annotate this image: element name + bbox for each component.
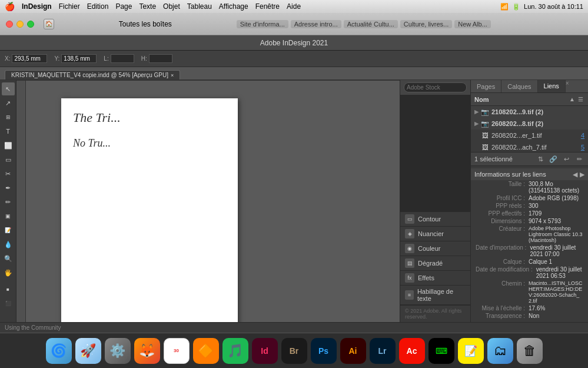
info-label-chemin: Chemin :	[476, 280, 529, 304]
dock-bridge[interactable]: Br	[281, 338, 307, 364]
prop-contour[interactable]: ▭ Contour	[400, 212, 470, 227]
dock-vlc[interactable]: 🔶	[193, 338, 219, 364]
link-item-3[interactable]: ▶ 🖼 2608202...er_1.tif 4	[471, 130, 588, 141]
dock-calendar[interactable]: 30	[164, 338, 190, 364]
links-list[interactable]: ▶ 📷 2108202...9.tif (2) ▶ 📷 2608202...8.…	[471, 106, 588, 152]
prop-effets[interactable]: fx Effets	[400, 271, 470, 286]
menu-texte[interactable]: Texte	[139, 2, 156, 11]
menu-tableau[interactable]: Tableau	[187, 2, 212, 11]
tool-fill[interactable]: ■	[2, 283, 15, 296]
page-text-line2: No Tru...	[61, 137, 238, 150]
link-relink-folder-icon[interactable]: ⇅	[535, 154, 546, 164]
dock-acrobat[interactable]: Ac	[399, 338, 425, 364]
tool-view-mode[interactable]: ⬛	[2, 297, 15, 310]
prop-effets-label: Effets	[418, 274, 434, 281]
tool-hand[interactable]: 🖐	[2, 266, 15, 279]
tool-zoom[interactable]: 🔍	[2, 252, 15, 265]
prop-degrade[interactable]: ▤ Dégradé	[400, 256, 470, 271]
dock-notes[interactable]: 📝	[458, 338, 484, 364]
minimize-button[interactable]	[16, 21, 24, 28]
links-sort-icon[interactable]: ▲	[568, 95, 576, 104]
dock-syspref[interactable]: ⚙️	[105, 338, 131, 364]
link-page-3[interactable]: 4	[576, 132, 584, 139]
prop-couleur[interactable]: ◉ Couleur	[400, 241, 470, 256]
tab-liens[interactable]: Liens	[538, 80, 566, 92]
document-canvas[interactable]: The Tri... No Tru... Kristin I...	[26, 81, 400, 322]
tab-calques[interactable]: Calques	[501, 80, 537, 92]
tool-gap[interactable]: ⊞	[2, 111, 15, 124]
y-input[interactable]	[61, 54, 97, 63]
breadcrumb-3[interactable]: Actualité Cultu...	[344, 20, 398, 28]
tab-pages[interactable]: Pages	[471, 80, 501, 92]
prop-habillage[interactable]: ≡ Habillage de texte	[400, 286, 470, 305]
tool-gradient[interactable]: ▣	[2, 210, 15, 223]
h-label: H:	[141, 55, 147, 62]
app-name[interactable]: InDesign	[22, 2, 52, 11]
link-edit-icon[interactable]: ✏	[574, 154, 584, 164]
apple-menu[interactable]: 🍎	[5, 2, 15, 11]
dock-illustrator[interactable]: Ai	[340, 338, 366, 364]
link-page-4[interactable]: 5	[576, 144, 584, 151]
home-button[interactable]: 🏠	[44, 19, 54, 29]
link-group-1[interactable]: ▶ 📷 2108202...9.tif (2)	[471, 106, 588, 118]
panel-close[interactable]: ×	[566, 80, 569, 92]
stock-search-input[interactable]	[404, 82, 467, 92]
tool-scissors[interactable]: ✂	[2, 167, 15, 180]
dock-finder2[interactable]: 🗂	[487, 338, 513, 364]
group-arrow-1[interactable]: ▶	[474, 109, 479, 115]
dock-trash[interactable]: 🗑	[517, 338, 543, 364]
link-group-2[interactable]: ▶ 📷 2608202...8.tif (2)	[471, 118, 588, 130]
links-menu-icon[interactable]: ☰	[576, 95, 584, 104]
breadcrumb-1[interactable]: Site d'informa...	[237, 20, 288, 28]
menu-affichage[interactable]: Affichage	[219, 2, 248, 11]
tool-eyedropper[interactable]: 💧	[2, 238, 15, 251]
maximize-button[interactable]	[27, 21, 34, 28]
dock-indesign[interactable]: Id	[252, 338, 278, 364]
properties-panel: ▭ Contour ◈ Nuancier ◉ Couleur ▤ Dégradé…	[400, 80, 470, 322]
canvas-container[interactable]: -40 -20 0 20 40 60 80 100 120 140 160 18…	[16, 80, 400, 322]
dock-lightroom[interactable]: Lr	[370, 338, 396, 364]
prop-nuancier[interactable]: ◈ Nuancier	[400, 227, 470, 241]
link-update-icon[interactable]: ↩	[561, 154, 572, 164]
group-arrow-2[interactable]: ▶	[474, 121, 479, 127]
link-item-4[interactable]: ▶ 🖼 2608202...ach_7.tif 5	[471, 141, 588, 152]
link-info-prev[interactable]: ◀	[573, 171, 577, 178]
menu-page[interactable]: Page	[115, 2, 132, 11]
x-input[interactable]	[12, 54, 47, 63]
doc-tab[interactable]: KRISTIN_MAQUETTE_V4 copie.indd @ 54% [Ap…	[5, 70, 180, 79]
h-input[interactable]	[149, 54, 172, 63]
tool-rectangle-frame[interactable]: ⬜	[2, 139, 15, 152]
tool-pencil[interactable]: ✏	[2, 195, 15, 208]
link-toolbar: 1 sélectionné ⇅ 🔗 ↩ ✏	[471, 152, 588, 166]
link-info-header[interactable]: Informations sur les liens ◀ ▶	[471, 168, 588, 180]
menu-aide[interactable]: Aide	[287, 2, 301, 11]
breadcrumb-5[interactable]: New Alb...	[454, 20, 491, 28]
dock-finder[interactable]: 🌀	[46, 338, 72, 364]
menu-edition[interactable]: Edition	[87, 2, 109, 11]
dock-launchpad[interactable]: 🚀	[75, 338, 101, 364]
info-row-echelle: Mise à l'échelle : 17.6%	[471, 304, 588, 312]
dock-photoshop[interactable]: Ps	[311, 338, 337, 364]
tool-select[interactable]: ↖	[2, 82, 15, 95]
menu-fichier[interactable]: Fichier	[59, 2, 80, 11]
dock-terminal[interactable]: ⌨	[428, 338, 454, 364]
info-row-modif: Date de modification : vendredi 30 juill…	[471, 266, 588, 280]
link-goto-icon[interactable]: 🔗	[548, 154, 559, 164]
dock-firefox[interactable]: 🦊	[134, 338, 160, 364]
tool-rectangle[interactable]: ▭	[2, 153, 15, 166]
doc-tab-close[interactable]: ×	[171, 72, 174, 78]
menubar-right: 📶 🔋 Lun. 30 août à 10:11	[500, 3, 583, 11]
menu-objet[interactable]: Objet	[163, 2, 180, 11]
breadcrumb-2[interactable]: Adresse intro...	[291, 20, 341, 28]
w-input[interactable]	[111, 54, 134, 63]
breadcrumb-4[interactable]: Culture, livres...	[400, 20, 452, 28]
tool-note[interactable]: 📝	[2, 224, 15, 237]
tool-direct-select[interactable]: ↗	[2, 97, 15, 110]
dock-spotify[interactable]: 🎵	[222, 338, 248, 364]
close-button[interactable]	[6, 21, 13, 28]
tool-pen[interactable]: ✒	[2, 181, 15, 194]
link-info-next[interactable]: ▶	[580, 171, 584, 178]
wifi-icon[interactable]: 📶	[500, 3, 509, 11]
tool-type[interactable]: T	[2, 125, 15, 138]
menu-fenetre[interactable]: Fenêtre	[255, 2, 280, 11]
